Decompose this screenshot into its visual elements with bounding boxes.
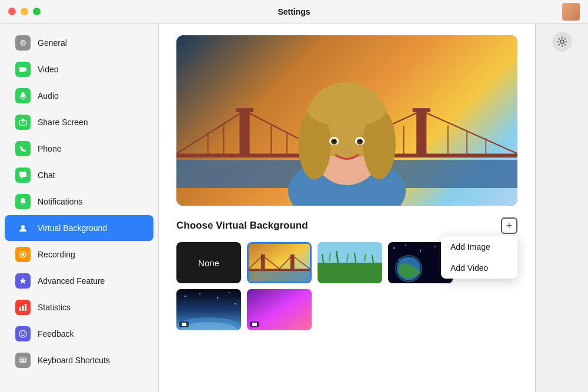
svg-rect-16 [21,360,22,361]
titlebar-right [562,3,580,21]
sidebar-item-recording[interactable]: Recording [5,242,153,267]
feedback-icon [15,326,31,341]
video-icon-2 [252,323,257,326]
sidebar-label-general: General [38,38,67,48]
sidebar-label-advanced-feature: Advanced Feature [38,276,105,286]
sidebar-item-phone[interactable]: Phone [5,136,153,162]
sidebar-label-keyboard-shortcuts: Keyboard Shortcuts [38,356,110,365]
svg-point-92 [560,40,564,43]
share-screen-icon [15,115,31,130]
svg-point-75 [393,247,395,249]
sidebar-label-feedback: Feedback [38,329,74,339]
person-overlay [176,35,517,206]
svg-point-88 [217,297,218,299]
sidebar-item-virtual-background[interactable]: Virtual Background [5,215,153,241]
svg-rect-19 [21,361,22,362]
video-icon [182,323,186,326]
phone-icon [15,141,31,156]
video-badge-earth [179,321,189,327]
add-dropdown-menu: Add Image Add Video [441,236,517,279]
plus-icon: + [506,220,513,232]
sidebar-item-video[interactable]: Video [5,56,153,82]
add-video-option[interactable]: Add Video [441,257,517,279]
window-title: Settings [278,7,310,16]
notifications-icon [15,194,31,209]
sidebar-label-recording: Recording [38,250,75,259]
sidebar-item-chat[interactable]: Chat [5,162,153,188]
background-bridge[interactable] [247,242,312,283]
audio-icon [15,88,31,103]
svg-rect-21 [25,361,26,362]
svg-point-86 [185,296,186,297]
video-badge-gradient [250,321,259,327]
svg-rect-10 [22,306,24,311]
svg-point-87 [199,293,201,294]
svg-point-12 [19,330,26,337]
recording-icon [15,247,31,262]
none-label: None [198,258,219,268]
svg-point-14 [24,333,25,334]
add-background-button[interactable]: + [501,217,517,234]
svg-point-49 [309,97,385,126]
svg-rect-66 [318,263,382,283]
statistics-icon [15,300,31,315]
sidebar-item-advanced-feature[interactable]: Advanced Feature [5,268,153,294]
video-icon [15,62,31,77]
add-image-option[interactable]: Add Image [441,236,517,257]
sidebar-label-audio: Audio [38,91,59,100]
avatar[interactable] [562,3,580,21]
background-none[interactable]: None [176,242,241,283]
svg-rect-4 [19,172,26,177]
svg-point-90 [235,303,236,304]
sidebar: ⚙ General Video Audio Share Screen Pho [0,24,159,392]
advanced-feature-icon [15,273,31,289]
sidebar-item-share-screen[interactable]: Share Screen [5,109,153,135]
titlebar: Settings [0,0,588,24]
svg-point-8 [22,253,25,256]
svg-rect-20 [22,361,24,362]
sidebar-label-video: Video [38,65,59,74]
sidebar-label-statistics: Statistics [38,303,71,312]
background-earth[interactable] [176,289,241,330]
minimize-button[interactable] [21,8,28,15]
svg-point-77 [420,250,421,252]
svg-rect-0 [19,67,25,72]
sidebar-item-feedback[interactable]: Feedback [5,321,153,347]
sidebar-label-notifications: Notifications [38,197,82,206]
sidebar-item-general[interactable]: ⚙ General [5,30,153,56]
sidebar-label-share-screen: Share Screen [38,118,88,127]
virtual-background-icon [15,220,31,236]
sidebar-label-chat: Chat [38,170,55,180]
gear-button[interactable] [552,32,572,52]
keyboard-shortcuts-icon [15,353,31,368]
traffic-lights [8,8,41,15]
svg-point-55 [359,140,362,142]
svg-point-89 [229,292,230,293]
sidebar-item-keyboard-shortcuts[interactable]: Keyboard Shortcuts [5,347,153,373]
sidebar-item-statistics[interactable]: Statistics [5,294,153,320]
svg-point-54 [333,140,336,142]
sidebar-item-notifications[interactable]: Notifications [5,189,153,215]
svg-rect-18 [25,360,26,361]
background-gradient[interactable] [247,289,312,330]
svg-rect-58 [249,269,310,271]
svg-point-78 [435,246,436,247]
sidebar-label-virtual-background: Virtual Background [38,223,107,233]
svg-rect-57 [249,271,310,282]
section-title: Choose Virtual Background [176,220,308,232]
svg-point-6 [21,225,25,229]
svg-rect-11 [25,304,26,311]
chat-icon [15,167,31,183]
svg-point-76 [405,244,406,246]
background-grass[interactable] [318,242,382,283]
maximize-button[interactable] [33,8,41,15]
preview-container [176,35,517,206]
right-panel [535,24,588,392]
background-grid-row2 [176,289,517,330]
svg-point-13 [21,333,22,334]
close-button[interactable] [8,8,16,15]
section-header: Choose Virtual Background + Add Image Ad… [176,217,517,234]
app-body: ⚙ General Video Audio Share Screen Pho [0,24,588,392]
sidebar-item-audio[interactable]: Audio [5,83,153,109]
svg-rect-17 [23,360,24,361]
